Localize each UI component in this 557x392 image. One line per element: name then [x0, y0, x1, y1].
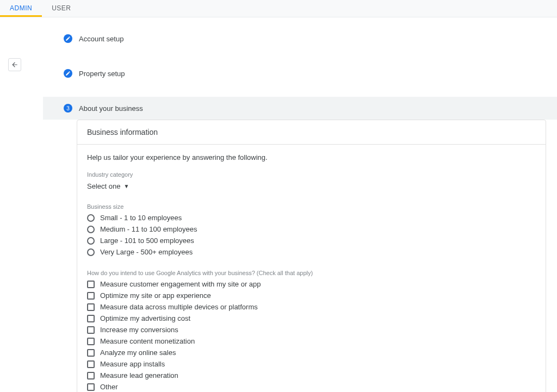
radio-small[interactable]: Small - 1 to 10 employees [87, 212, 536, 223]
content: Account setup Property setup 3 About you… [20, 17, 557, 392]
check-optimize-experience[interactable]: Optimize my site or app experience [87, 290, 536, 301]
edit-icon [64, 34, 72, 43]
radio-large[interactable]: Large - 101 to 500 employees [87, 235, 536, 246]
check-app-installs[interactable]: Measure app installs [87, 358, 536, 370]
step-label: About your business [79, 104, 143, 113]
intent-label: How do you intend to use Google Analytic… [87, 270, 536, 276]
step-account-setup[interactable]: Account setup [43, 27, 557, 50]
business-size-group: Small - 1 to 10 employees Medium - 11 to… [87, 212, 536, 258]
step-number-icon: 3 [64, 104, 72, 113]
business-info-card: Business information Help us tailor your… [77, 120, 546, 392]
card-title: Business information [77, 120, 546, 145]
checkbox-icon [87, 315, 95, 322]
radio-icon [87, 226, 95, 233]
step-property-setup[interactable]: Property setup [43, 62, 557, 85]
arrow-left-icon [11, 61, 18, 69]
intent-group: Measure customer engagement with my site… [87, 278, 536, 392]
help-text: Help us tailor your experience by answer… [87, 153, 536, 161]
tab-user[interactable]: USER [42, 0, 81, 17]
checkbox-icon [87, 303, 95, 311]
edit-icon [64, 69, 72, 78]
select-value: Select one [87, 182, 120, 190]
setup-timeline: Account setup Property setup 3 About you… [43, 27, 557, 120]
check-online-sales[interactable]: Analyze my online sales [87, 347, 536, 358]
checkbox-icon [87, 281, 95, 288]
step-label: Property setup [79, 70, 125, 78]
check-content-monetization[interactable]: Measure content monetization [87, 335, 536, 347]
back-button[interactable] [8, 58, 21, 71]
check-increase-conversions[interactable]: Increase my conversions [87, 324, 536, 335]
checkbox-icon [87, 383, 95, 391]
tab-admin[interactable]: ADMIN [0, 0, 42, 17]
industry-category-label: Industry category [87, 171, 536, 178]
checkbox-icon [87, 372, 95, 379]
radio-icon [87, 214, 95, 222]
radio-icon [87, 237, 95, 245]
step-label: Account setup [79, 35, 123, 43]
check-measure-devices[interactable]: Measure data across multiple devices or … [87, 301, 536, 313]
top-tabs: ADMIN USER [0, 0, 557, 17]
checkbox-icon [87, 292, 95, 300]
checkbox-icon [87, 338, 95, 345]
radio-medium[interactable]: Medium - 11 to 100 employees [87, 223, 536, 235]
chevron-down-icon: ▼ [123, 183, 129, 189]
checkbox-icon [87, 326, 95, 334]
check-engagement[interactable]: Measure customer engagement with my site… [87, 278, 536, 290]
industry-category-select[interactable]: Select one ▼ [87, 180, 536, 192]
radio-icon [87, 248, 95, 256]
step-about-business: 3 About your business [43, 97, 557, 120]
left-rail [0, 17, 20, 392]
check-other[interactable]: Other [87, 381, 536, 392]
check-lead-generation[interactable]: Measure lead generation [87, 370, 536, 381]
business-size-label: Business size [87, 203, 536, 210]
radio-very-large[interactable]: Very Large - 500+ employees [87, 246, 536, 258]
checkbox-icon [87, 349, 95, 357]
check-optimize-ad-cost[interactable]: Optimize my advertising cost [87, 313, 536, 324]
checkbox-icon [87, 360, 95, 368]
